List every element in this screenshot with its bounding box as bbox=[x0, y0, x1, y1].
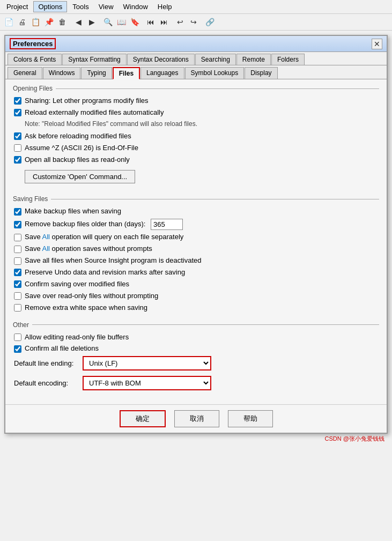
remove-whitespace-label: Remove extra white space when saving bbox=[25, 303, 147, 313]
menu-window[interactable]: Window bbox=[119, 2, 152, 12]
toolbar-pin[interactable]: 📌 bbox=[42, 16, 55, 28]
other-title: Other bbox=[13, 321, 379, 329]
dialog-titlebar: Preferences ✕ bbox=[5, 36, 387, 52]
opening-files-title: Opening Files bbox=[13, 85, 379, 92]
tab-languages[interactable]: Languages bbox=[140, 67, 184, 79]
toolbar-book[interactable]: 📖 bbox=[115, 16, 128, 28]
tab-general[interactable]: General bbox=[8, 67, 42, 79]
assume-eof-checkbox[interactable] bbox=[14, 144, 21, 152]
dialog-wrapper: Preferences ✕ Colors & Fonts Syntax Form… bbox=[0, 31, 392, 447]
tab-colors-fonts[interactable]: Colors & Fonts bbox=[8, 54, 62, 65]
tab-symbol-lookups[interactable]: Symbol Lookups bbox=[185, 67, 245, 79]
cancel-button[interactable]: 取消 bbox=[174, 410, 219, 427]
dialog-body: Opening Files Sharing: Let other program… bbox=[5, 79, 387, 404]
help-button[interactable]: 帮助 bbox=[228, 410, 273, 427]
preserve-undo-checkbox[interactable] bbox=[14, 269, 21, 276]
line-ending-select[interactable]: Unix (LF) Windows (CRLF) Mac (CR) bbox=[83, 356, 211, 370]
remove-whitespace-checkbox[interactable] bbox=[14, 304, 21, 312]
save-all-noprompt-checkbox[interactable] bbox=[14, 246, 21, 253]
sharing-checkbox-row: Sharing: Let other programs modify files bbox=[13, 97, 379, 106]
backup-readonly-label: Open all backup files as read-only bbox=[25, 155, 130, 165]
toolbar-new[interactable]: 📄 bbox=[2, 16, 15, 28]
save-all-noprompt-row: Save All operation saves without prompts bbox=[13, 244, 379, 254]
toolbar-forward[interactable]: ▶ bbox=[85, 16, 98, 28]
make-backup-row: Make backup files when saving bbox=[13, 207, 379, 216]
tab-syntax-formatting[interactable]: Syntax Formatting bbox=[62, 54, 126, 65]
confirm-delete-row: Confirm all file deletions bbox=[13, 344, 379, 353]
toolbar-search[interactable]: 🔍 bbox=[101, 16, 114, 28]
save-all-query-row: Save All operation will query on each fi… bbox=[13, 233, 379, 242]
allow-editing-checkbox[interactable] bbox=[14, 334, 21, 341]
save-deactivated-label: Save all files when Source Insight progr… bbox=[25, 256, 202, 265]
menu-view[interactable]: View bbox=[94, 2, 118, 12]
ok-button[interactable]: 确定 bbox=[120, 410, 166, 427]
tab-syntax-decorations[interactable]: Syntax Decorations bbox=[127, 54, 195, 65]
toolbar-copy[interactable]: 📋 bbox=[29, 16, 42, 28]
confirm-delete-label: Confirm all file deletions bbox=[25, 344, 99, 353]
reload-label: Reload externally modified files automat… bbox=[25, 108, 164, 117]
assume-eof-label: Assume ^Z (ASCII 26) is End-Of-File bbox=[25, 144, 138, 153]
preferences-dialog: Preferences ✕ Colors & Fonts Syntax Form… bbox=[4, 35, 388, 434]
tab-typing[interactable]: Typing bbox=[81, 67, 112, 79]
other-section: Other Allow editing read-only file buffe… bbox=[13, 321, 379, 391]
toolbar-back[interactable]: ◀ bbox=[72, 16, 85, 28]
sharing-checkbox[interactable] bbox=[14, 97, 21, 105]
toolbar-link[interactable]: 🔗 bbox=[203, 16, 216, 28]
confirm-delete-checkbox[interactable] bbox=[14, 345, 21, 353]
toolbar-print[interactable]: 🖨 bbox=[16, 16, 28, 28]
tab-files[interactable]: Files bbox=[113, 67, 140, 79]
tab-display[interactable]: Display bbox=[245, 67, 277, 79]
customize-open-button[interactable]: Customize 'Open' Command... bbox=[25, 170, 135, 183]
reload-checkbox-row: Reload externally modified files automat… bbox=[13, 108, 379, 117]
confirm-saving-checkbox[interactable] bbox=[14, 280, 21, 288]
toolbar-delete[interactable]: 🗑 bbox=[56, 16, 69, 28]
watermark: CSDN @张小兔爱钱钱 bbox=[4, 434, 388, 443]
confirm-saving-row: Confirm saving over modified files bbox=[13, 280, 379, 289]
reload-checkbox[interactable] bbox=[14, 109, 21, 116]
reload-note: Note: "Reload Modified Files" command wi… bbox=[25, 120, 378, 128]
toolbar-redo[interactable]: ↪ bbox=[187, 16, 200, 28]
menu-options[interactable]: Options bbox=[33, 1, 67, 12]
menu-project[interactable]: Project bbox=[2, 2, 32, 12]
menu-tools[interactable]: Tools bbox=[68, 2, 93, 12]
menu-help[interactable]: Help bbox=[153, 2, 176, 12]
toolbar-undo[interactable]: ↩ bbox=[174, 16, 187, 28]
make-backup-checkbox[interactable] bbox=[14, 208, 21, 216]
sharing-label: Sharing: Let other programs modify files bbox=[25, 97, 149, 106]
assume-eof-row: Assume ^Z (ASCII 26) is End-Of-File bbox=[13, 144, 379, 153]
remove-backup-checkbox[interactable] bbox=[14, 221, 21, 228]
remove-backup-row: Remove backup files older than (days): bbox=[13, 219, 379, 230]
dialog-title: Preferences bbox=[10, 38, 56, 49]
tab-searching[interactable]: Searching bbox=[195, 54, 236, 65]
toolbar-bookmark[interactable]: 🔖 bbox=[128, 16, 141, 28]
save-deactivated-checkbox[interactable] bbox=[14, 257, 21, 265]
save-deactivated-row: Save all files when Source Insight progr… bbox=[13, 256, 379, 265]
encoding-label: Default encoding: bbox=[14, 379, 78, 387]
allow-editing-label: Allow editing read-only file buffers bbox=[25, 333, 129, 342]
toolbar-last[interactable]: ⏭ bbox=[158, 16, 171, 28]
tabs-row-2: General Windows Typing Files Languages S… bbox=[5, 65, 387, 79]
preferences-title-bordered: Preferences bbox=[10, 38, 56, 49]
save-readonly-row: Save over read-only files without prompt… bbox=[13, 292, 379, 301]
save-readonly-label: Save over read-only files without prompt… bbox=[25, 292, 158, 301]
opening-files-section: Opening Files Sharing: Let other program… bbox=[13, 85, 379, 187]
ask-before-reload-checkbox[interactable] bbox=[14, 132, 21, 140]
confirm-saving-label: Confirm saving over modified files bbox=[25, 280, 129, 289]
menu-bar: Project Options Tools View Window Help bbox=[0, 0, 392, 14]
close-button[interactable]: ✕ bbox=[372, 39, 382, 49]
ask-before-reload-row: Ask before reloading modified files bbox=[13, 132, 379, 141]
save-all-query-checkbox[interactable] bbox=[14, 234, 21, 241]
tab-remote[interactable]: Remote bbox=[236, 54, 271, 65]
save-all-query-label: Save All operation will query on each fi… bbox=[25, 233, 183, 242]
encoding-select[interactable]: UTF-8 with BOM UTF-8 UTF-16 ASCII bbox=[83, 376, 211, 390]
tab-windows[interactable]: Windows bbox=[43, 67, 81, 79]
toolbar-first[interactable]: ⏮ bbox=[144, 16, 157, 28]
line-ending-row: Default line ending: Unix (LF) Windows (… bbox=[13, 356, 379, 370]
backup-readonly-row: Open all backup files as read-only bbox=[13, 155, 379, 165]
backup-readonly-checkbox[interactable] bbox=[14, 156, 21, 164]
tab-folders[interactable]: Folders bbox=[271, 54, 305, 65]
line-ending-label: Default line ending: bbox=[14, 359, 78, 367]
backup-days-input[interactable] bbox=[151, 219, 183, 230]
dialog-footer: 确定 取消 帮助 bbox=[5, 404, 387, 433]
save-readonly-checkbox[interactable] bbox=[14, 292, 21, 300]
